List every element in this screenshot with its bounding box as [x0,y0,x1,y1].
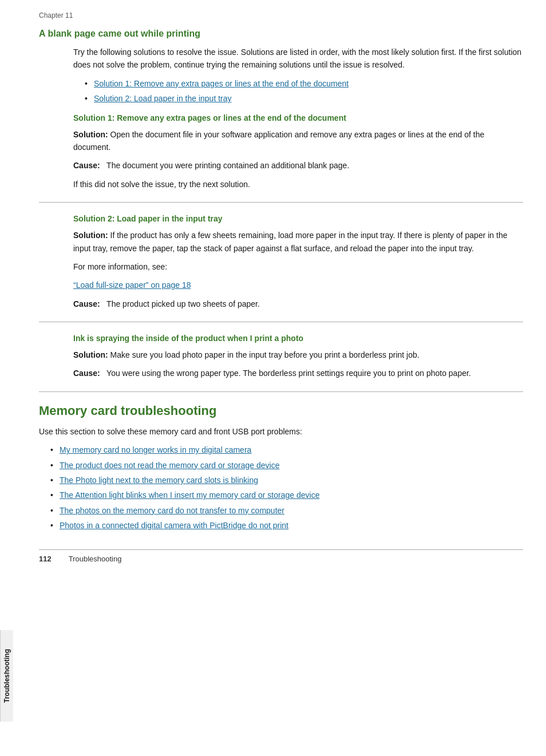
solution1-next: If this did not solve the issue, try the… [73,178,523,191]
solution2-more-info: For more information, see: [73,260,523,273]
solution1-cause: Cause: The document you were printing co… [73,159,523,172]
memory-card-heading: Memory card troubleshooting [39,403,523,418]
footer: 112 Troubleshooting [39,549,523,563]
solution1-heading: Solution 1: Remove any extra pages or li… [73,113,523,122]
solution2-label: Solution: [73,231,108,240]
solution2-cause-text: The product picked up two sheets of pape… [106,299,260,308]
load-paper-link[interactable]: “Load full-size paper” on page 18 [73,280,191,290]
list-item[interactable]: The Photo light next to the memory card … [50,474,523,486]
solution2-block: Solution 2: Load paper in the input tray… [73,214,523,310]
blank-page-intro-block: Try the following solutions to resolve t… [73,46,523,105]
ink-spray-solution: Solution: Make sure you load photo paper… [73,349,523,361]
mc-link-0[interactable]: My memory card no longer works in my dig… [60,445,251,454]
list-item[interactable]: The product does not read the memory car… [50,459,523,472]
divider-3 [39,391,523,392]
solution1-label: Solution: [73,130,108,139]
main-content: Chapter 11 A blank page came out while p… [16,0,546,756]
ink-spray-cause-label: Cause: [73,369,100,378]
blank-page-heading: A blank page came out while printing [39,29,523,39]
list-item[interactable]: Solution 2: Load paper in the input tray [85,92,523,105]
solution2-cause-label: Cause: [73,299,100,308]
solution1-text: Open the document file in your software … [73,130,484,152]
solution2-text: If the product has only a few sheets rem… [73,231,507,252]
solution1-body: Solution: Open the document file in your… [73,128,523,154]
ink-spray-cause-text: You were using the wrong paper type. The… [106,369,471,378]
list-item[interactable]: Solution 1: Remove any extra pages or li… [85,77,523,90]
mc-link-2[interactable]: The Photo light next to the memory card … [60,476,258,485]
ink-spray-cause: Cause: You were using the wrong paper ty… [73,367,523,379]
list-item[interactable]: The photos on the memory card do not tra… [50,504,523,517]
blank-page-section: A blank page came out while printing Try… [39,29,523,105]
blank-page-links-list: Solution 1: Remove any extra pages or li… [85,77,523,105]
solution2-link-para: “Load full-size paper” on page 18 [73,279,523,291]
side-tab: Troubleshooting [0,0,16,756]
divider-2 [39,322,523,322]
footer-page-number: 112 [39,555,52,563]
solution1-cause-text: The document you were printing contained… [106,161,349,170]
mc-link-4[interactable]: The photos on the memory card do not tra… [60,506,284,515]
list-item[interactable]: Photos in a connected digital camera wit… [50,519,523,532]
list-item[interactable]: The Attention light blinks when I insert… [50,489,523,501]
ink-spray-solution-text: Make sure you load photo paper in the in… [110,350,420,359]
memory-card-section: Memory card troubleshooting Use this sec… [39,403,523,532]
solution1-block: Solution 1: Remove any extra pages or li… [73,113,523,191]
solution2-body: Solution: If the product has only a few … [73,229,523,255]
solution2-heading: Solution 2: Load paper in the input tray [73,214,523,223]
memory-card-intro: Use this section to solve these memory c… [39,425,523,438]
mc-link-5[interactable]: Photos in a connected digital camera wit… [60,521,288,530]
chapter-label: Chapter 11 [39,11,523,19]
solution2-link[interactable]: Solution 2: Load paper in the input tray [94,94,232,103]
side-tab-label: Troubleshooting [0,630,13,722]
solution1-cause-label: Cause: [73,161,100,170]
footer-section-label: Troubleshooting [69,555,122,563]
solution2-cause: Cause: The product picked up two sheets … [73,298,523,310]
list-item[interactable]: My memory card no longer works in my dig… [50,444,523,456]
mc-link-1[interactable]: The product does not read the memory car… [60,461,279,470]
memory-card-links-list: My memory card no longer works in my dig… [50,444,523,532]
mc-link-3[interactable]: The Attention light blinks when I insert… [60,490,319,500]
ink-spray-solution-label: Solution: [73,350,108,359]
divider-1 [39,202,523,203]
ink-spray-heading: Ink is spraying the inside of the produc… [73,334,523,343]
blank-page-intro: Try the following solutions to resolve t… [73,46,523,72]
solution1-link[interactable]: Solution 1: Remove any extra pages or li… [94,79,349,88]
ink-spray-block: Ink is spraying the inside of the produc… [73,334,523,380]
